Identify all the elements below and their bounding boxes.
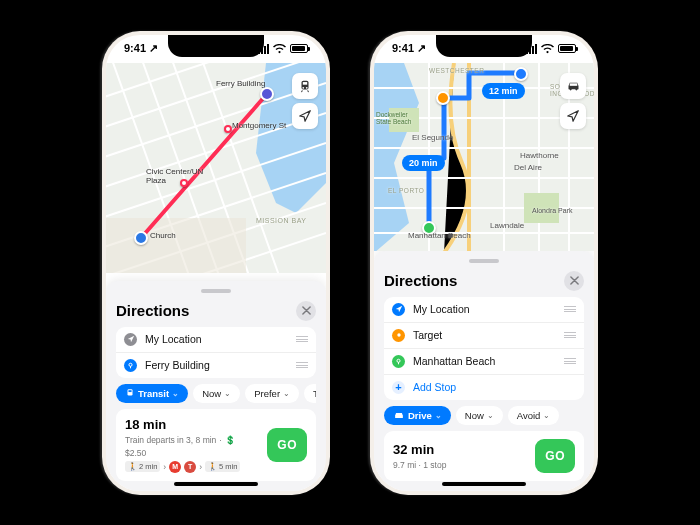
map-locate-button[interactable] [292,103,318,129]
svg-point-36 [575,88,577,90]
go-button[interactable]: GO [267,428,307,462]
option-chips: Transit ⌄ Now ⌄ Prefer ⌄ Transit [116,384,316,403]
waypoint-dot-icon [392,329,405,342]
status-time: 9:41 ↗ [392,42,426,55]
route-time-pill[interactable]: 20 min [402,155,445,171]
eta: 18 min [125,417,259,432]
transit-line-m-icon: M [169,461,181,473]
chip-overflow[interactable]: Transit [304,384,316,403]
stop-row-destination[interactable]: Ferry Building [116,352,316,378]
svg-rect-37 [569,83,577,86]
destination-pin-label: Ferry Building [216,79,265,88]
chip-avoid[interactable]: Avoid ⌄ [508,406,560,425]
map-locate-button[interactable] [560,103,586,129]
directions-card: Directions My Location Ferry [106,281,326,491]
stop-row-origin[interactable]: My Location [384,297,584,322]
drag-handle-icon[interactable] [296,362,308,368]
card-grabber[interactable] [201,289,231,293]
stop-label: Ferry Building [145,359,288,371]
car-icon [566,80,581,92]
screen: 9:41 ↗ [106,35,326,491]
close-button[interactable] [564,271,584,291]
add-stop-row[interactable]: + Add Stop [384,374,584,400]
result-steps-line: 🚶 2 min › M T › 🚶 5 min [125,461,259,473]
origin-pin-label: Church [150,231,176,240]
stop-label: My Location [145,333,288,345]
status-time: 9:41 ↗ [124,42,158,55]
route-time-pill[interactable]: 12 min [482,83,525,99]
card-title: Directions [116,302,189,319]
svg-point-35 [569,88,571,90]
map-label-montgomery: Montgomery St [232,121,286,130]
result-subtitle: 9.7 mi · 1 stop [393,460,527,470]
card-grabber[interactable] [469,259,499,263]
map-city-label: Hawthorne [520,151,559,160]
location-arrow-icon [298,109,312,123]
destination-dot-icon [392,355,405,368]
drag-handle-icon[interactable] [564,306,576,312]
stop-label: My Location [413,303,556,315]
stop-label: Target [413,329,556,341]
close-icon [302,306,311,315]
map-area[interactable]: 12 min 20 min WESTCHESTER SOUTH INGLEWOO… [374,63,594,251]
result-depart-line: Train departs in 3, 8 min · 💲$2.50 [125,435,259,458]
close-button[interactable] [296,301,316,321]
stop-label: Manhattan Beach [413,355,556,367]
option-chips: Drive ⌄ Now ⌄ Avoid ⌄ [384,406,584,425]
tram-icon [298,79,312,93]
status-indicators [258,44,308,54]
svg-point-16 [302,86,304,88]
map-city-label: Alondra Park [532,207,572,214]
chevron-down-icon: ⌄ [543,411,550,420]
go-button[interactable]: GO [535,439,575,473]
status-indicators [526,44,576,54]
map-city-label: El Segundo [412,133,453,142]
drag-handle-icon[interactable] [564,332,576,338]
chevron-down-icon: ⌄ [224,389,231,398]
home-indicator[interactable] [174,482,258,486]
add-stop-label: Add Stop [413,381,576,393]
origin-pin[interactable] [134,231,148,245]
map-neighborhood: MISSION BAY [256,217,307,224]
mode-chip-transit[interactable]: Transit ⌄ [116,384,188,403]
svg-rect-15 [303,82,307,85]
transit-line-t-icon: T [184,461,196,473]
route-result[interactable]: 32 min 9.7 mi · 1 stop GO [384,431,584,481]
chevron-down-icon: ⌄ [283,389,290,398]
phone-left: 9:41 ↗ [102,31,330,495]
stops-list: My Location Ferry Building [116,327,316,378]
stop-row-destination[interactable]: Manhattan Beach [384,348,584,374]
notch [168,35,264,57]
drag-handle-icon[interactable] [296,336,308,342]
map-mode-drive-button[interactable] [560,73,586,99]
map-neighborhood: WESTCHESTER [429,67,484,74]
location-dot-icon [392,303,405,316]
chip-now[interactable]: Now ⌄ [456,406,503,425]
route-result[interactable]: 18 min Train departs in 3, 8 min · 💲$2.5… [116,409,316,481]
chevron-down-icon: ⌄ [487,411,494,420]
stop-row-waypoint[interactable]: Target [384,322,584,348]
map-city-label: Lawndale [490,221,524,230]
svg-point-39 [397,359,400,362]
home-indicator[interactable] [442,482,526,486]
origin-pin[interactable] [514,67,528,81]
map-mode-transit-button[interactable] [292,73,318,99]
wifi-icon [541,44,554,54]
chip-prefer[interactable]: Prefer ⌄ [245,384,299,403]
map-area[interactable]: Church Ferry Building Montgomery St Civi… [106,63,326,281]
plus-icon: + [392,381,405,394]
map-poi-label: Dockweiler State Beach [376,111,412,125]
drag-handle-icon[interactable] [564,358,576,364]
mode-chip-drive[interactable]: Drive ⌄ [384,406,451,425]
battery-icon [290,44,308,53]
map-city-label: Del Aire [514,163,542,172]
walk-segment: 🚶 5 min [205,461,240,472]
waypoint-pin[interactable] [436,91,450,105]
card-title: Directions [384,272,457,289]
destination-pin[interactable] [260,87,274,101]
stop-row-origin[interactable]: My Location [116,327,316,352]
route-stop-dot [224,125,232,133]
destination-dot-icon [124,359,137,372]
chip-now[interactable]: Now ⌄ [193,384,240,403]
svg-rect-20 [128,390,131,392]
